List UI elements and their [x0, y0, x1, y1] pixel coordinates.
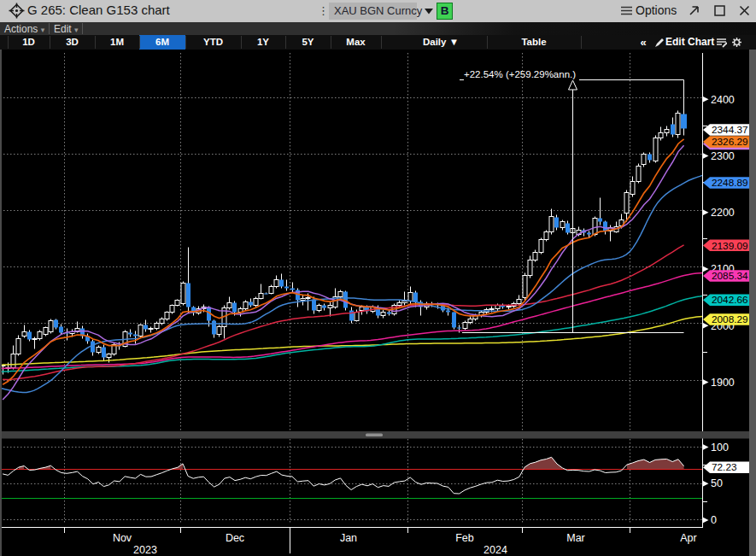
- svg-text:2344.37: 2344.37: [712, 124, 748, 136]
- svg-text:2326.29: 2326.29: [712, 136, 748, 148]
- svg-text:0: 0: [711, 514, 717, 526]
- svg-text:2248.89: 2248.89: [712, 177, 748, 189]
- svg-text:2139.09: 2139.09: [712, 240, 748, 252]
- svg-text:Dec: Dec: [226, 532, 244, 544]
- svg-text:Feb: Feb: [455, 532, 474, 544]
- svg-text:72.23: 72.23: [712, 461, 737, 473]
- svg-text:2008.29: 2008.29: [712, 313, 748, 325]
- svg-text:Mar: Mar: [566, 532, 585, 544]
- svg-text:50: 50: [711, 477, 723, 489]
- svg-text:100: 100: [711, 442, 729, 454]
- svg-text:2042.66: 2042.66: [712, 294, 748, 306]
- svg-text:Nov: Nov: [113, 532, 132, 544]
- svg-text:2023: 2023: [133, 544, 157, 556]
- svg-text:1900: 1900: [711, 377, 735, 389]
- svg-text:2085.34: 2085.34: [712, 270, 748, 282]
- svg-text:2400: 2400: [711, 94, 735, 106]
- svg-text:+22.54% (+259.29%ann.): +22.54% (+259.29%ann.): [464, 69, 576, 79]
- svg-text:Jan: Jan: [340, 532, 357, 544]
- svg-text:2300: 2300: [711, 150, 735, 162]
- svg-text:Apr: Apr: [680, 532, 696, 544]
- svg-text:2200: 2200: [711, 207, 735, 219]
- svg-text:2024: 2024: [483, 544, 507, 556]
